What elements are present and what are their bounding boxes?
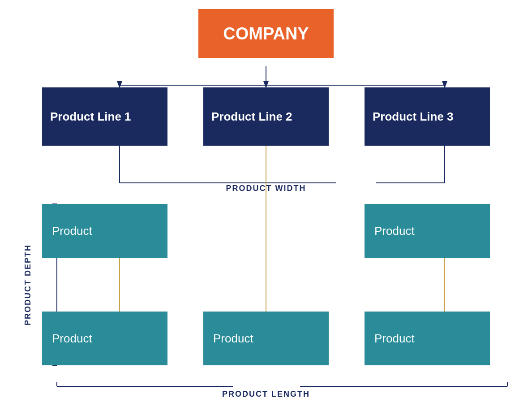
diagram-container: COMPANY Product Line 1 Product Line 2 Pr… [0,0,532,407]
product-line-3-label: Product Line 3 [373,110,454,124]
products-row-2: Product Product Product [42,312,490,365]
product-line-1-label: Product Line 1 [50,110,131,124]
product-box-r1c1: Product [42,204,167,258]
product-line-3-box: Product Line 3 [365,87,490,146]
products-row-1: Product Product [42,204,490,258]
product-width-label-row: PRODUCT WIDTH [64,184,468,193]
product-box-r2c1: Product [42,312,167,365]
product-box-r2c3: Product [365,312,490,365]
company-label: COMPANY [223,24,309,43]
product-line-1-box: Product Line 1 [42,87,167,146]
product-line-2-label: Product Line 2 [211,110,292,124]
product-length-label: PRODUCT LENGTH [222,390,310,399]
product-depth-label: PRODUCT DEPTH [23,244,33,325]
product-length-label-row: PRODUCT LENGTH [64,390,468,399]
product-r2c2-label: Product [213,332,253,346]
product-width-label: PRODUCT WIDTH [226,184,306,193]
product-box-r2c2: Product [203,312,329,365]
product-lines-row: Product Line 1 Product Line 2 Product Li… [42,87,490,146]
product-r1c1-label: Product [52,224,92,238]
product-r2c1-label: Product [52,332,92,346]
product-depth-label-container: PRODUCT DEPTH [23,204,33,366]
product-line-2-box: Product Line 2 [203,87,329,146]
product-box-r1c3: Product [365,204,490,258]
company-box: COMPANY [198,9,333,58]
product-r1c3-label: Product [374,224,415,238]
product-r2c3-label: Product [374,332,415,346]
